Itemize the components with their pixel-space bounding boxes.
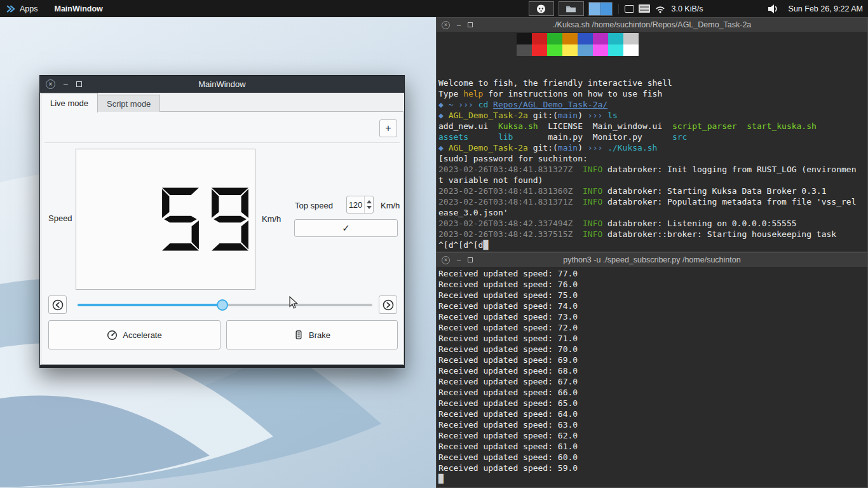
slider-prev-button[interactable] xyxy=(48,295,67,314)
window-controls: × – xyxy=(40,79,82,89)
check-icon: ✓ xyxy=(342,222,350,234)
maximize-button[interactable] xyxy=(468,257,473,262)
speed-slider[interactable] xyxy=(78,295,372,314)
panel-tray: 3.0 KiB/s Sun Feb 26, 9:22 AM xyxy=(529,0,868,17)
palette-swatch xyxy=(562,44,578,56)
tray-window-github-button[interactable] xyxy=(529,1,554,16)
circle-right-icon xyxy=(383,299,394,311)
palette-swatch xyxy=(623,44,639,56)
workspace-2[interactable] xyxy=(600,3,612,15)
window-controls: × – xyxy=(437,21,473,29)
minimize-icon: – xyxy=(457,21,461,29)
circle-left-icon xyxy=(52,299,64,311)
close-button[interactable]: × xyxy=(442,21,450,29)
panel-separator xyxy=(618,4,619,14)
volume-icon xyxy=(766,3,779,15)
palette-swatch xyxy=(562,33,578,44)
mouse-pointer-icon xyxy=(289,296,298,309)
palette-swatch xyxy=(547,33,562,44)
top-speed-spinbox xyxy=(346,196,374,214)
wifi-icon[interactable] xyxy=(654,4,666,13)
close-button[interactable]: × xyxy=(442,256,450,264)
apps-menu-button[interactable]: Apps xyxy=(0,0,46,17)
window-title: MainWindow xyxy=(40,79,404,89)
palette-swatch xyxy=(532,44,547,56)
clock[interactable]: Sun Feb 26, 9:22 AM xyxy=(789,4,863,13)
minimize-icon: – xyxy=(64,80,68,89)
top-speed-label: Top speed xyxy=(295,201,333,210)
minimize-button[interactable]: – xyxy=(64,81,68,88)
speed-unit-label: Km/h xyxy=(262,214,281,224)
close-icon: × xyxy=(444,22,447,28)
apps-menu-label: Apps xyxy=(20,4,38,13)
mainwindow-app: × – MainWindow Live mode Script mode + S… xyxy=(39,75,405,368)
close-icon: × xyxy=(49,81,53,88)
spinbox-steppers xyxy=(364,196,373,213)
step-down-icon[interactable] xyxy=(367,206,372,209)
terminal-output: Welcome to fish, the friendly interactiv… xyxy=(438,78,867,250)
maximize-button[interactable] xyxy=(76,81,82,87)
terminal-output: Received updated speed: 77.0Received upd… xyxy=(438,268,867,484)
brake-icon xyxy=(294,330,304,340)
minimize-icon: – xyxy=(457,256,461,264)
step-up-icon[interactable] xyxy=(367,200,372,203)
tab-label: Script mode xyxy=(107,99,151,109)
palette-swatch xyxy=(623,33,639,44)
close-button[interactable]: × xyxy=(46,79,55,89)
add-button[interactable]: + xyxy=(379,119,397,137)
terminal-subscriber-body[interactable]: Received updated speed: 77.0Received upd… xyxy=(437,268,867,484)
terminal-subscriber-titlebar[interactable]: × – python3 -u ./speed_subscriber.py /ho… xyxy=(437,253,867,268)
terminal-kuksa-titlebar[interactable]: × – ./Kuksa.sh /home/suchinton/Repos/AGL… xyxy=(437,18,867,32)
network-speed: 3.0 KiB/s xyxy=(672,4,703,13)
accelerate-icon xyxy=(107,330,118,341)
brake-button[interactable]: Brake xyxy=(226,320,398,349)
github-icon xyxy=(536,3,546,14)
maximize-button[interactable] xyxy=(468,22,473,27)
lcd-digit xyxy=(210,187,250,252)
accelerate-label: Accelerate xyxy=(123,330,161,340)
top-speed-unit-label: Km/h xyxy=(381,201,400,210)
accelerate-button[interactable]: Accelerate xyxy=(48,320,220,349)
minimize-button[interactable]: – xyxy=(457,257,461,264)
palette-swatch xyxy=(608,44,623,56)
tab-script-mode[interactable]: Script mode xyxy=(98,95,160,112)
slider-next-button[interactable] xyxy=(379,295,397,314)
tab-label: Live mode xyxy=(50,98,88,108)
lcd-digits xyxy=(161,187,250,252)
palette-swatch xyxy=(517,44,532,56)
palette-swatch xyxy=(547,44,562,56)
lcd-digit xyxy=(161,187,200,252)
palette-swatch xyxy=(593,33,608,44)
minimize-button[interactable]: – xyxy=(457,22,461,29)
palette-swatch xyxy=(532,33,547,44)
slider-fill xyxy=(78,304,222,306)
confirm-button[interactable]: ✓ xyxy=(294,219,398,237)
tray-window-files-button[interactable] xyxy=(559,1,584,16)
top-speed-input[interactable] xyxy=(347,196,364,213)
palette-swatch xyxy=(608,33,623,44)
mainwindow-titlebar[interactable]: × – MainWindow xyxy=(40,76,404,93)
desktop: Apps MainWindow xyxy=(0,0,868,488)
mode-tabbar: Live mode Script mode xyxy=(41,93,160,112)
speed-lcd-display xyxy=(76,149,255,290)
palette-swatch xyxy=(593,44,608,56)
live-mode-pane: + Speed Km/h Top speed Km/h ✓ xyxy=(41,111,403,365)
volume-button[interactable] xyxy=(766,3,779,15)
palette-swatch xyxy=(578,33,593,44)
brake-label: Brake xyxy=(309,330,330,340)
slider-handle[interactable] xyxy=(217,299,228,311)
terminal-subscriber-window: × – python3 -u ./speed_subscriber.py /ho… xyxy=(436,252,868,488)
divider xyxy=(44,142,400,143)
taskbar-item-mainwindow[interactable]: MainWindow xyxy=(46,0,112,17)
terminal-kuksa-body[interactable]: Welcome to fish, the friendly interactiv… xyxy=(437,32,867,250)
taskbar-item-label: MainWindow xyxy=(55,4,103,13)
display-icon[interactable] xyxy=(625,5,634,13)
palette-swatch xyxy=(517,33,532,44)
apps-icon xyxy=(6,4,15,13)
top-panel: Apps MainWindow xyxy=(0,0,868,17)
workspace-1[interactable] xyxy=(589,3,600,15)
folder-icon xyxy=(566,4,576,13)
workspace-pager xyxy=(588,2,613,16)
tab-live-mode[interactable]: Live mode xyxy=(41,93,98,112)
keyboard-indicator-icon[interactable] xyxy=(639,4,650,13)
